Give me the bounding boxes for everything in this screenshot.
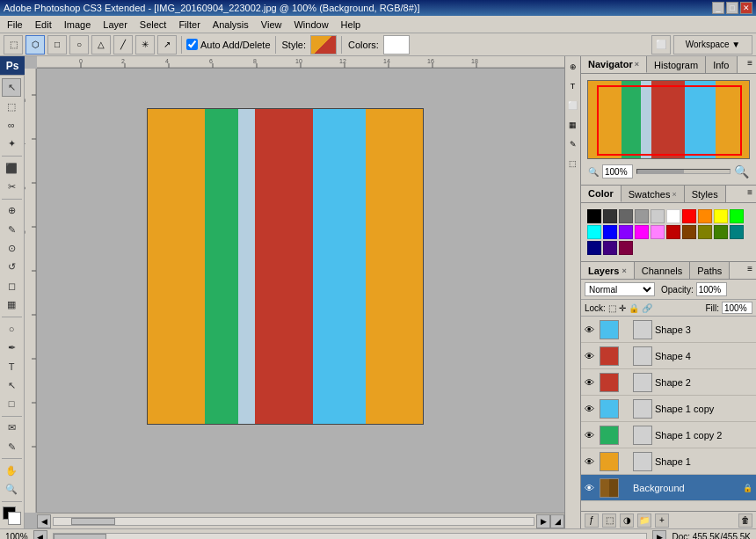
swatch-21[interactable] <box>587 241 601 255</box>
h-scroll-thumb[interactable] <box>71 518 115 525</box>
toolbar-poly-btn[interactable]: △ <box>91 35 111 55</box>
swatch-10[interactable] <box>730 209 744 223</box>
swatch-2[interactable] <box>603 209 617 223</box>
swatch-6[interactable] <box>666 209 680 223</box>
swatch-20[interactable] <box>730 225 744 239</box>
layer-row-shape1[interactable]: 👁 Shape 1 <box>581 448 756 475</box>
tool-pen[interactable]: ✒ <box>2 339 21 356</box>
tab-paths[interactable]: Paths <box>690 262 730 279</box>
tool-dodge[interactable]: ○ <box>2 320 21 338</box>
swatch-3[interactable] <box>619 209 633 223</box>
layer-eye-shape3[interactable]: 👁 <box>585 324 597 335</box>
scroll-corner-btn[interactable]: ◢ <box>550 514 564 528</box>
lock-position-icon[interactable]: 🔒 <box>629 303 639 313</box>
h-scrollbar[interactable]: ◀ ▶ ◢ <box>37 513 564 528</box>
style-picker-btn[interactable] <box>310 35 337 55</box>
fill-input[interactable]: 100% <box>722 302 752 314</box>
swatch-9[interactable] <box>714 209 728 223</box>
layer-eye-shape2[interactable]: 👁 <box>585 377 597 388</box>
layer-delete-btn[interactable]: 🗑 <box>738 514 752 528</box>
minimize-button[interactable]: _ <box>712 2 724 14</box>
strip-btn-2[interactable]: T <box>567 77 579 95</box>
h-scroll-track[interactable] <box>53 517 534 526</box>
tool-magic-wand[interactable]: ✦ <box>2 135 21 153</box>
tab-layers[interactable]: Layers × <box>581 262 635 279</box>
tab-info[interactable]: Info <box>706 56 737 73</box>
h-scroll-bottom[interactable] <box>53 533 648 540</box>
toolbar-ellipse-btn[interactable]: ○ <box>69 35 89 55</box>
tool-brush[interactable]: ✎ <box>2 221 21 238</box>
toolbar-line-btn[interactable]: ╱ <box>113 35 133 55</box>
toolbar-rect-btn[interactable]: □ <box>47 35 67 55</box>
tool-healing[interactable]: ⊕ <box>2 202 21 220</box>
canvas-viewport[interactable] <box>37 69 564 513</box>
tab-histogram[interactable]: Histogram <box>647 56 706 73</box>
tab-channels[interactable]: Channels <box>635 262 690 279</box>
layer-row-shape1copy[interactable]: 👁 Shape 1 copy <box>581 396 756 422</box>
maximize-button[interactable]: □ <box>726 2 738 14</box>
nav-panel-menu[interactable]: ≡ <box>744 56 756 73</box>
lock-chain-icon[interactable]: 🔗 <box>642 303 652 313</box>
menu-file[interactable]: File <box>2 18 28 32</box>
colors-picker-btn[interactable] <box>383 35 410 55</box>
swatch-17[interactable] <box>682 225 696 239</box>
auto-add-delete-checkbox[interactable] <box>186 39 198 50</box>
layer-row-shape2[interactable]: 👁 Shape 2 <box>581 369 756 396</box>
status-right-btn[interactable]: ▶ <box>652 530 666 540</box>
fg-bg-colors[interactable] <box>3 506 22 524</box>
toolbar-shape-btn[interactable]: ⬡ <box>25 35 45 55</box>
layer-new-btn[interactable]: + <box>655 514 669 528</box>
layer-group-btn[interactable]: 📁 <box>637 514 651 528</box>
tool-stamp[interactable]: ⊙ <box>2 239 21 257</box>
tab-swatches-close[interactable]: × <box>672 190 676 199</box>
swatch-11[interactable] <box>587 225 601 239</box>
tool-text[interactable]: T <box>2 357 21 375</box>
tool-gradient[interactable]: ▦ <box>2 295 21 313</box>
layer-eye-shape4[interactable]: 👁 <box>585 351 597 361</box>
swatch-19[interactable] <box>714 225 728 239</box>
opacity-input[interactable]: 100% <box>696 282 727 296</box>
swatch-22[interactable] <box>603 241 617 255</box>
swatch-16[interactable] <box>666 225 680 239</box>
tab-color[interactable]: Color <box>581 186 622 202</box>
lock-transparent-icon[interactable]: ⬚ <box>608 303 616 313</box>
layer-fx-btn[interactable]: ƒ <box>585 514 599 528</box>
menu-select[interactable]: Select <box>134 18 172 32</box>
swatch-4[interactable] <box>635 209 649 223</box>
strip-btn-1[interactable]: ⊕ <box>567 58 579 76</box>
tool-shape[interactable]: □ <box>2 395 21 412</box>
tool-marquee[interactable]: ⬚ <box>2 98 21 115</box>
toolbar-nav-btn[interactable]: ⬜ <box>651 35 671 55</box>
color-panel-menu[interactable]: ≡ <box>744 186 756 202</box>
strip-btn-6[interactable]: ⬚ <box>567 155 579 172</box>
nav-zoom-slider[interactable] <box>636 169 731 174</box>
nav-zoom-input[interactable] <box>602 164 633 178</box>
strip-btn-4[interactable]: ▦ <box>567 116 579 134</box>
menu-help[interactable]: Help <box>336 18 367 32</box>
layer-eye-background[interactable]: 👁 <box>585 483 597 493</box>
swatch-8[interactable] <box>698 209 712 223</box>
tool-zoom[interactable]: 🔍 <box>2 481 21 499</box>
toolbar-extra-btn[interactable]: ↗ <box>157 35 177 55</box>
tool-slice[interactable]: ✂ <box>2 178 21 195</box>
swatch-12[interactable] <box>603 225 617 239</box>
swatch-23[interactable] <box>619 241 633 255</box>
tool-lasso[interactable]: ∞ <box>2 116 21 134</box>
scroll-left-btn[interactable]: ◀ <box>37 514 51 528</box>
menu-window[interactable]: Window <box>288 18 333 32</box>
strip-btn-5[interactable]: ✎ <box>567 135 579 153</box>
toolbar-custom-btn[interactable]: ✳ <box>135 35 155 55</box>
layer-eye-shape1[interactable]: 👁 <box>585 456 597 467</box>
swatch-1[interactable] <box>587 209 601 223</box>
blend-mode-select[interactable]: Normal <box>585 282 655 296</box>
swatch-18[interactable] <box>698 225 712 239</box>
tool-history[interactable]: ↺ <box>2 259 21 276</box>
menu-image[interactable]: Image <box>59 18 97 32</box>
tool-crop[interactable]: ⬛ <box>2 159 21 177</box>
tool-eyedropper[interactable]: ✎ <box>2 438 21 455</box>
tool-path-select[interactable]: ↖ <box>2 376 21 394</box>
layers-panel-menu[interactable]: ≡ <box>744 262 756 279</box>
strip-btn-3[interactable]: ⬜ <box>567 97 579 114</box>
swatch-5[interactable] <box>651 209 665 223</box>
tool-eraser[interactable]: ◻ <box>2 277 21 295</box>
